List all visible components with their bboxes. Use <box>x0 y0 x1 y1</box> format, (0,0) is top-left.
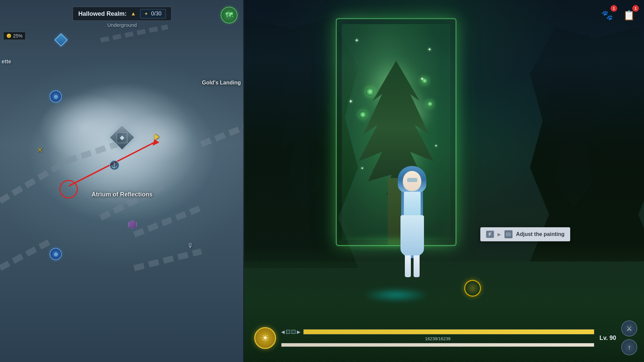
action-tooltip[interactable]: F ▶ Adjust the painting <box>480 227 570 241</box>
annotation-circle <box>59 180 78 198</box>
minimap-button[interactable]: 🗺 <box>221 7 237 23</box>
stamina-bar-row <box>281 343 594 347</box>
area-name-bar: Hallowed Realm: ▲ ✦ 0/30 <box>72 7 171 21</box>
health-bar-fill <box>304 329 594 334</box>
bottom-hud: ☀ ◀ ▶ 16239/16239 <box>254 320 637 355</box>
game-panel: ✦ ✦ ✦ ✦ ✦ ✦ <box>244 0 644 362</box>
character-torso <box>404 192 421 219</box>
hud-icon-left[interactable]: 🐾 1 <box>599 7 615 23</box>
health-bar-row: ◀ ▶ <box>281 329 594 335</box>
hud-badge-right: 1 <box>632 5 639 12</box>
map-clouds <box>0 0 244 362</box>
skill-icons: ⚔ ↑ <box>621 320 637 355</box>
counter-value: 0/30 <box>151 11 161 17</box>
character-legs <box>405 254 420 277</box>
microphone-icon: 🎙 <box>187 242 194 250</box>
compass-marker[interactable]: ⚓ <box>109 160 119 170</box>
sparkle-3: ✦ <box>420 76 424 82</box>
torso-outfit <box>404 192 421 219</box>
waypoint-marker-top[interactable] <box>56 35 66 45</box>
diamond-icon <box>54 33 68 47</box>
minimap-icon: 🗺 <box>225 11 233 19</box>
sparkle-1: ✦ <box>355 37 359 44</box>
map-top-hud: Hallowed Realm: ▲ ✦ 0/30 Underground <box>72 7 171 28</box>
face-accessory <box>407 178 417 182</box>
anchor-icon: ⚓ <box>109 160 119 170</box>
stamina-bar-fill <box>281 343 594 347</box>
sparkle-5: ✦ <box>434 143 438 148</box>
controller-icon-svg <box>506 232 511 237</box>
central-symbol: ◆ <box>120 134 124 141</box>
skill-arrow-icon: ↑ <box>628 344 631 351</box>
gold-orb <box>464 280 481 297</box>
character-name-label: ette <box>2 59 11 65</box>
hud-icon-right[interactable]: 📋 1 <box>621 7 637 23</box>
combat-marker[interactable]: ✕ <box>37 146 43 155</box>
waypoint-icon: ▲ <box>131 11 136 17</box>
area-sublabel: Underground <box>107 22 137 28</box>
character-dress <box>400 215 424 255</box>
hex-marker[interactable] <box>127 220 138 230</box>
sparkle-2: ✦ <box>427 46 432 53</box>
percent-badge: 😐 25% <box>3 32 25 40</box>
tree-orb-4 <box>359 111 367 118</box>
level-badge: Lv. 90 <box>599 335 616 342</box>
hex-icon <box>127 220 138 230</box>
health-bars: ◀ ▶ 16239/16239 <box>281 329 594 347</box>
tooltip-icon <box>504 230 513 238</box>
tree-orb-3 <box>427 101 433 107</box>
hud-icon-right-img: 📋 <box>623 10 635 21</box>
tooltip-text: Adjust the painting <box>516 231 565 237</box>
map-panel: Hallowed Realm: ▲ ✦ 0/30 Underground 🗺 😐… <box>0 0 244 362</box>
skill-icon-2[interactable]: ↑ <box>621 339 637 355</box>
teleport-icon: ⊕ <box>50 90 62 103</box>
hud-icon-left-img: 🐾 <box>601 10 613 21</box>
bar-right-btn[interactable]: ▶ <box>297 329 301 335</box>
sparkle-4: ✦ <box>348 98 353 105</box>
left-hud: 😐 25% <box>3 32 25 40</box>
hud-badge-left: 1 <box>610 5 617 12</box>
teleport-marker-bottom[interactable]: ⊕ <box>50 248 62 260</box>
percent-value: 25% <box>13 33 22 39</box>
mic-marker[interactable]: 🎙 <box>187 242 194 250</box>
central-structure: ◆ <box>107 122 137 153</box>
sun-icon: ☀ <box>261 333 269 344</box>
area-name: Hallowed Realm: <box>78 10 126 17</box>
tooltip-separator: ▶ <box>497 232 501 237</box>
counter-icon: ✦ <box>144 11 148 16</box>
health-bar-track <box>303 329 594 335</box>
teleport-marker-left[interactable]: ⊕ <box>50 90 62 103</box>
character-body <box>385 168 439 295</box>
tooltip-key: F <box>486 231 494 238</box>
leg-right <box>414 254 420 277</box>
character-head <box>403 171 421 191</box>
hp-value-label: 16239/16239 <box>281 336 594 341</box>
bar-controls-hp: ◀ ▶ <box>281 329 301 335</box>
atrium-label: Atrium of Reflections <box>92 191 153 198</box>
top-right-hud: 🐾 1 📋 1 <box>599 7 637 23</box>
bar-square-1 <box>286 330 290 334</box>
stamina-orb: ☀ <box>254 327 276 349</box>
skill-flame-icon: ⚔ <box>626 324 632 333</box>
bar-square-2 <box>291 330 296 334</box>
bar-left-btn[interactable]: ◀ <box>281 329 285 335</box>
swords-icon: ✕ <box>37 146 43 155</box>
tree-orb-1 <box>366 87 374 96</box>
golds-landing-label: Gold's Landing <box>202 80 241 86</box>
svg-point-11 <box>508 234 510 235</box>
sparkle-6: ✦ <box>361 166 364 171</box>
percent-icon: 😐 <box>6 34 11 38</box>
stamina-bar-track <box>281 343 594 347</box>
skill-icon-1[interactable]: ⚔ <box>621 320 637 337</box>
counter-badge: ✦ 0/30 <box>140 9 166 18</box>
leg-left <box>405 254 411 277</box>
character <box>385 168 439 295</box>
teleport-icon-2: ⊕ <box>50 248 62 260</box>
